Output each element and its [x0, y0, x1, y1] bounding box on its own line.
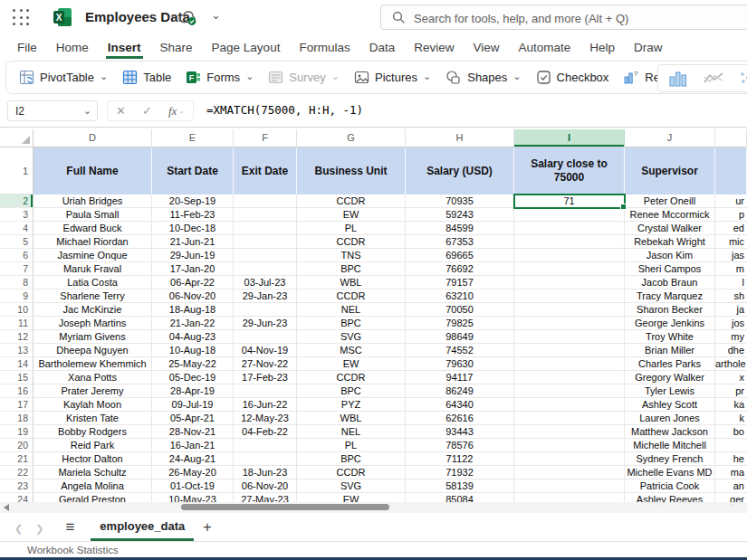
- checkbox-button[interactable]: Checkbox: [536, 70, 609, 85]
- cell[interactable]: [234, 195, 297, 208]
- cell[interactable]: BPC: [297, 384, 406, 398]
- cell[interactable]: PYZ: [297, 398, 406, 412]
- cell[interactable]: Angela Molina: [34, 479, 152, 493]
- header-cell[interactable]: Exit Date: [234, 147, 297, 195]
- select-all-corner[interactable]: [0, 129, 34, 147]
- column-letter-D[interactable]: D: [34, 129, 152, 147]
- cell[interactable]: Lauren Jones: [625, 412, 715, 425]
- cell[interactable]: George Jenkins: [625, 317, 715, 330]
- cell[interactable]: jas: [715, 249, 747, 262]
- cell[interactable]: 11-Feb-23: [152, 208, 234, 222]
- cell[interactable]: p: [715, 208, 747, 222]
- cell[interactable]: 06-Nov-20: [152, 289, 234, 303]
- cell[interactable]: [514, 235, 625, 249]
- cell[interactable]: 16-Jan-21: [152, 439, 234, 452]
- cell[interactable]: 25-May-22: [152, 357, 234, 371]
- cell[interactable]: 59243: [406, 208, 514, 222]
- cell[interactable]: [514, 452, 625, 466]
- row-number-1[interactable]: 1: [0, 147, 34, 195]
- row-number-12[interactable]: 12: [0, 330, 34, 344]
- cell[interactable]: 10-Dec-18: [152, 222, 234, 235]
- cell[interactable]: 93443: [406, 425, 514, 439]
- cell[interactable]: [234, 249, 297, 262]
- cell[interactable]: 05-Apr-21: [152, 412, 234, 425]
- menu-item-insert[interactable]: Insert: [106, 38, 143, 59]
- column-letter-I[interactable]: I: [514, 129, 625, 147]
- cell[interactable]: 86249: [406, 384, 514, 398]
- cell[interactable]: 27-Nov-22: [234, 357, 297, 371]
- cell[interactable]: Ashley Scott: [625, 398, 715, 412]
- cell[interactable]: [234, 208, 297, 222]
- cell[interactable]: [514, 289, 625, 303]
- header-cell-partial[interactable]: [715, 147, 747, 195]
- cell[interactable]: 05-Dec-19: [152, 371, 234, 384]
- cell[interactable]: 70050: [406, 303, 514, 317]
- cell[interactable]: pr: [715, 384, 747, 398]
- cell[interactable]: sh: [715, 289, 747, 303]
- menu-item-automate[interactable]: Automate: [516, 38, 572, 59]
- row-number-13[interactable]: 13: [0, 344, 34, 357]
- cell[interactable]: 76692: [406, 262, 514, 276]
- cell[interactable]: Jason Kim: [625, 249, 715, 262]
- cell[interactable]: TNS: [297, 249, 406, 262]
- cell[interactable]: Crystal Walker: [625, 222, 715, 235]
- cell[interactable]: EW: [297, 357, 406, 371]
- cell[interactable]: dhe: [715, 344, 747, 357]
- menu-item-review[interactable]: Review: [412, 38, 455, 59]
- cell[interactable]: Kaylah Moon: [34, 398, 152, 412]
- cell[interactable]: Michael Riordan: [34, 235, 152, 249]
- cell[interactable]: 71122: [406, 452, 514, 466]
- horizontal-scrollbar[interactable]: [0, 502, 747, 513]
- cell[interactable]: Tyler Lewis: [625, 384, 715, 398]
- cell[interactable]: m: [715, 262, 747, 276]
- cell[interactable]: [514, 439, 625, 452]
- cell[interactable]: 28-Apr-19: [152, 384, 234, 398]
- cell[interactable]: [514, 249, 625, 262]
- cell[interactable]: Tracy Marquez: [625, 289, 715, 303]
- cancel-icon[interactable]: ✕: [116, 104, 126, 118]
- cell[interactable]: Latia Costa: [34, 276, 152, 289]
- cell[interactable]: BPC: [297, 317, 406, 330]
- cell[interactable]: Sydney French: [625, 452, 715, 466]
- cell[interactable]: SVG: [297, 479, 406, 493]
- row-number-2[interactable]: 2: [0, 195, 34, 208]
- cell[interactable]: 17-Jan-20: [152, 262, 234, 276]
- cell[interactable]: Bartholemew Khemmich: [34, 357, 152, 371]
- cell[interactable]: 09-Jul-19: [152, 398, 234, 412]
- menu-item-data[interactable]: Data: [368, 38, 397, 59]
- cell[interactable]: Xana Potts: [34, 371, 152, 384]
- cell[interactable]: Edward Buck: [34, 222, 152, 235]
- cell[interactable]: Maruk Fraval: [34, 262, 152, 276]
- cell[interactable]: 79157: [406, 276, 514, 289]
- column-letter-J[interactable]: J: [625, 129, 715, 147]
- cell[interactable]: Brian Miller: [625, 344, 715, 357]
- cell[interactable]: [715, 439, 747, 452]
- header-cell[interactable]: Start Date: [152, 147, 234, 195]
- cell[interactable]: Rebekah Wright: [625, 235, 715, 249]
- cell[interactable]: [514, 262, 625, 276]
- cell[interactable]: x: [715, 371, 747, 384]
- column-letter-F[interactable]: F: [234, 129, 297, 147]
- row-number-5[interactable]: 5: [0, 235, 34, 249]
- cell[interactable]: 17-Feb-23: [234, 371, 297, 384]
- table-button[interactable]: Table: [122, 70, 171, 85]
- cell[interactable]: [234, 235, 297, 249]
- column-chart-icon[interactable]: [669, 70, 687, 87]
- scrollbar-thumb[interactable]: [181, 504, 389, 510]
- row-number-4[interactable]: 4: [0, 222, 34, 235]
- row-number-8[interactable]: 8: [0, 276, 34, 289]
- cell[interactable]: Joseph Martins: [34, 317, 152, 330]
- cell[interactable]: [514, 208, 625, 222]
- sheet-tab-employee-data[interactable]: employee_data: [91, 513, 194, 541]
- cell[interactable]: 69665: [406, 249, 514, 262]
- fill-handle[interactable]: [620, 204, 627, 210]
- row-number-18[interactable]: 18: [0, 412, 34, 425]
- cell[interactable]: 84599: [406, 222, 514, 235]
- add-sheet-icon[interactable]: [203, 519, 211, 536]
- scatter-chart-icon[interactable]: [740, 71, 747, 86]
- cell[interactable]: 70935: [406, 195, 514, 208]
- cell[interactable]: [514, 466, 625, 479]
- menu-item-share[interactable]: Share: [158, 38, 195, 59]
- next-sheet-icon[interactable]: [35, 519, 43, 535]
- cell[interactable]: 21-Jan-22: [152, 317, 234, 330]
